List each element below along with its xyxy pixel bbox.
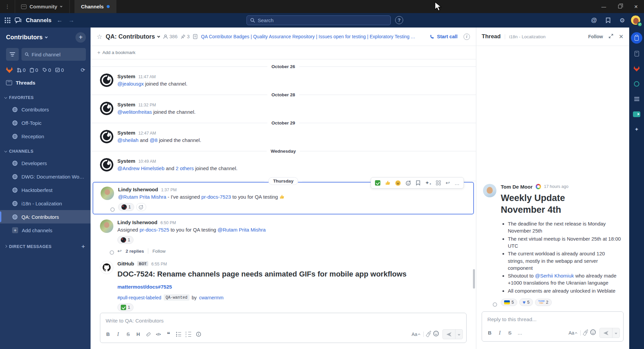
reviews-counter[interactable]: 0 xyxy=(55,67,64,73)
sender-name[interactable]: System xyxy=(117,102,135,107)
user-mention-link[interactable]: @Rutam Prita Mishra xyxy=(118,194,166,200)
replies-link[interactable]: 2 replies xyxy=(126,249,144,254)
sidebar-item-off-topic[interactable]: Off-Topic xyxy=(0,116,91,130)
sender-name[interactable]: System xyxy=(117,158,135,164)
sidebar-item-contributors[interactable]: Contributors xyxy=(0,103,91,116)
ai-actions-icon[interactable]: ✦✦ xyxy=(425,180,431,186)
search-input[interactable] xyxy=(258,17,387,23)
bulleted-list-button[interactable] xyxy=(174,330,183,339)
thread-root-message[interactable]: Tom De Moor 17 hours ago Weekly Update N… xyxy=(476,181,629,306)
members-count[interactable]: 386 xyxy=(163,34,177,39)
list-icon[interactable] xyxy=(632,94,642,104)
numbered-list-button[interactable] xyxy=(184,330,193,339)
pinned-count[interactable]: 3 xyxy=(181,34,190,39)
add-reaction-icon[interactable] xyxy=(406,180,411,186)
section-channels[interactable]: CHANNELS xyxy=(0,143,91,156)
emoji-picker-icon[interactable] xyxy=(590,329,596,337)
reaction-pill[interactable]: 1 xyxy=(118,203,134,211)
link-button[interactable] xyxy=(144,330,153,339)
settings-gear-icon[interactable]: ⚙ xyxy=(616,15,628,26)
section-favorites[interactable]: FAVORITES xyxy=(0,89,91,103)
file-icon[interactable] xyxy=(193,34,198,39)
message-github-bot[interactable]: GitHub BOT 6:55 PM DOC-7524: Rename chan… xyxy=(91,258,476,311)
composer-placeholder[interactable]: Write to QA: Contributors xyxy=(100,313,466,327)
follow-button[interactable]: Follow xyxy=(152,249,165,254)
reaction-pill[interactable]: 1 xyxy=(117,236,133,244)
reaction-pill[interactable]: THANKYOU2 xyxy=(535,299,552,306)
more-formatting-icon[interactable]: … xyxy=(516,329,524,337)
favorite-star-icon[interactable]: ☆ xyxy=(97,33,102,41)
team-menu[interactable]: Contributors xyxy=(6,34,47,41)
sidebar-item-dwg-documentation[interactable]: DWG: Documentation Worki... xyxy=(0,170,91,183)
mentions-icon[interactable]: @ xyxy=(588,15,600,26)
italic-button[interactable]: I xyxy=(114,330,122,339)
system-message[interactable]: System10:49 AM @Andrew Himelstieb and 2 … xyxy=(91,155,476,174)
history-back-icon[interactable]: ← xyxy=(56,17,63,24)
reply-icon[interactable]: ↩ xyxy=(445,180,450,186)
expand-icon[interactable] xyxy=(608,34,613,40)
message-list[interactable]: October 26 System11:47 AM @jealousgx joi… xyxy=(91,59,476,311)
sender-name[interactable]: GitHub xyxy=(117,261,134,266)
calls-camera-icon[interactable] xyxy=(632,109,642,119)
product-switcher-icon[interactable] xyxy=(5,17,10,23)
close-icon[interactable]: ✕ xyxy=(619,33,624,40)
thread-scroll-area[interactable]: Tom De Moor 17 hours ago Weekly Update N… xyxy=(476,46,629,308)
user-mention-link[interactable]: @Serhii Khomiuk xyxy=(535,273,574,279)
sender-name[interactable]: Lindy Isherwood xyxy=(117,219,157,225)
sidebar-item-reception[interactable]: Reception xyxy=(0,130,91,143)
bold-button[interactable]: B xyxy=(485,329,494,337)
message-lindy-137[interactable]: Lindy Isherwood1:37 PM @Rutam Prita Mish… xyxy=(93,186,473,211)
file-icon[interactable] xyxy=(632,49,642,59)
reply-placeholder[interactable]: Reply to this thread... xyxy=(482,312,623,326)
user-mention-link[interactable]: @sheilah xyxy=(117,137,139,143)
reaction-pill[interactable]: 5 xyxy=(501,299,517,306)
system-message[interactable]: System11:47 AM @jealousgx joined the cha… xyxy=(91,70,476,90)
others-link[interactable]: 2 others xyxy=(176,165,194,171)
user-mention-link[interactable]: @Rutam Prita Mishra xyxy=(218,227,266,233)
heading-button[interactable]: H xyxy=(134,330,143,339)
plugin-ring-icon[interactable] xyxy=(632,79,642,89)
scrollbar-thumb[interactable] xyxy=(473,269,475,289)
strikethrough-button[interactable]: S xyxy=(124,330,132,339)
reaction-pill[interactable]: 1 xyxy=(117,303,133,311)
send-options-chevron[interactable] xyxy=(612,328,620,338)
tab-channels[interactable]: Channels xyxy=(74,0,117,13)
start-call-button[interactable]: Start call xyxy=(430,34,458,39)
highlighted-message[interactable]: ✦✦ ↩ … Lindy Isherwood1:37 PM @Rutam Pri… xyxy=(93,182,474,214)
channel-title-menu[interactable]: QA: Contributors xyxy=(106,33,160,40)
maximize-button[interactable] xyxy=(612,0,628,13)
system-message[interactable]: System12:47 AM @sheilah and @8 joined th… xyxy=(91,127,476,146)
author-link[interactable]: cwarnermm xyxy=(199,295,223,300)
bold-button[interactable]: B xyxy=(104,330,112,339)
gitlab-icon[interactable] xyxy=(632,64,642,74)
send-button[interactable] xyxy=(443,332,455,337)
refresh-icon[interactable]: ⟳ xyxy=(81,67,85,73)
text-format-toggle[interactable]: Aa xyxy=(569,330,577,336)
pr-link[interactable]: pr-docs-7525 xyxy=(140,227,169,233)
pr-link[interactable]: pr-docs-7523 xyxy=(201,194,231,200)
history-forward-icon[interactable]: → xyxy=(68,17,75,24)
code-button[interactable]: </> xyxy=(154,330,163,339)
strikethrough-button[interactable]: S xyxy=(505,329,514,337)
sidebar-item-hacktoberfest[interactable]: Hacktoberfest xyxy=(0,183,91,197)
channel-filter-button[interactable] xyxy=(6,48,19,61)
system-message[interactable]: System11:32 PM @welitonfreitas joined th… xyxy=(91,99,476,118)
label-event-link[interactable]: #pull-request-labeled xyxy=(117,295,161,300)
user-mention-link[interactable]: @Andrew Himelstieb xyxy=(117,165,164,171)
sender-name[interactable]: System xyxy=(117,73,135,79)
server-switcher[interactable]: Community xyxy=(15,4,69,9)
emoji-picker-icon[interactable] xyxy=(433,331,439,338)
smile-reaction-button[interactable] xyxy=(395,180,401,186)
channel-header-links[interactable]: QA Contributor Badges | Quality Assuranc… xyxy=(201,34,416,39)
sender-name[interactable]: Tom De Moor xyxy=(501,184,533,190)
sidebar-item-qa-contributors[interactable]: QA: Contributors xyxy=(0,210,91,223)
send-button[interactable] xyxy=(600,331,612,336)
thread-reply-composer[interactable]: Reply to this thread... B I S … Aa xyxy=(482,311,624,342)
save-message-icon[interactable] xyxy=(416,180,420,186)
bookmarks-bar[interactable]: + Add a bookmark xyxy=(91,46,476,59)
check-mark-reaction-button[interactable] xyxy=(375,180,380,186)
issues-counter[interactable]: 0 xyxy=(43,67,51,73)
sidebar-item-threads[interactable]: Threads xyxy=(0,76,91,89)
user-mention-link[interactable]: @welitonfreitas xyxy=(117,109,152,115)
reaction-pill[interactable]: ♥5 xyxy=(519,298,533,306)
